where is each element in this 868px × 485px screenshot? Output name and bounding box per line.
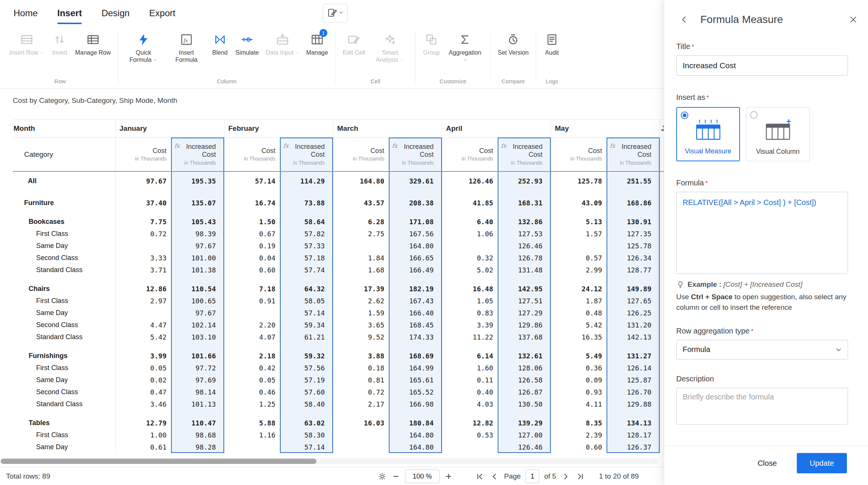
formula-editor[interactable]: RELATIVE([All > April > Cost] ) + [Cost]…	[676, 192, 848, 274]
row-label[interactable]: Furnishings	[13, 352, 115, 360]
cost-cell[interactable]: 0.83	[442, 309, 498, 317]
increased-cost-cell[interactable]: 98.28	[171, 443, 224, 451]
increased-cost-cell[interactable]: 58.30	[280, 431, 333, 439]
increased-cost-cell[interactable]: 128.06	[498, 364, 551, 372]
cost-cell[interactable]: 0.19	[224, 242, 280, 250]
increased-cost-column-header[interactable]: fxIncreased Costin Thousands	[607, 138, 660, 171]
cost-cell[interactable]: 2.97	[115, 297, 171, 305]
cost-cell[interactable]: 0.67	[224, 230, 280, 238]
row-label[interactable]: Furniture	[13, 199, 115, 207]
cost-cell[interactable]: 4.07	[224, 333, 280, 341]
cost-cell[interactable]: 0.81	[333, 376, 389, 384]
cost-column-header[interactable]: Costin Thousands	[442, 138, 498, 171]
cost-column-header[interactable]: Costin Thousands	[115, 138, 171, 171]
increased-cost-cell[interactable]: 101.00	[171, 254, 224, 262]
increased-cost-cell[interactable]: 57.19	[280, 376, 333, 384]
increased-cost-cell[interactable]: 97.67	[171, 242, 224, 250]
cost-cell[interactable]: 0.05	[224, 376, 280, 384]
next-page-icon[interactable]	[561, 472, 570, 481]
increased-cost-cell[interactable]: 130.91	[607, 218, 660, 226]
cost-cell[interactable]: 5.49	[551, 352, 607, 360]
increased-cost-cell[interactable]: 132.61	[498, 352, 551, 360]
cost-cell[interactable]: 3.65	[333, 321, 389, 329]
increased-cost-cell[interactable]: 57.33	[280, 242, 333, 250]
increased-cost-cell[interactable]: 168.45	[389, 321, 442, 329]
increased-cost-cell[interactable]: 131.48	[498, 266, 551, 274]
cost-cell[interactable]: 43.57	[333, 199, 389, 207]
increased-cost-cell[interactable]: 167.56	[389, 230, 442, 238]
cost-cell[interactable]: 0.72	[333, 388, 389, 396]
increased-cost-cell[interactable]: 126.58	[498, 376, 551, 384]
row-label[interactable]: Standard Class	[13, 266, 115, 274]
increased-cost-cell[interactable]: 125.78	[607, 242, 660, 250]
cost-cell[interactable]: 3.46	[115, 400, 171, 408]
increased-cost-cell[interactable]: 63.02	[280, 419, 333, 427]
month-label[interactable]: April	[442, 124, 551, 133]
increased-cost-cell[interactable]: 101.38	[171, 266, 224, 274]
tab-insert[interactable]: Insert	[57, 0, 82, 26]
manage-row-button[interactable]: Manage Row	[72, 29, 114, 57]
edit-cell-button[interactable]: Edit Cell	[339, 29, 369, 57]
prev-page-icon[interactable]	[490, 472, 499, 481]
increased-cost-cell[interactable]: 166.98	[389, 400, 442, 408]
increased-cost-cell[interactable]: 61.21	[280, 333, 333, 341]
increased-cost-cell[interactable]: 171.08	[389, 218, 442, 226]
cost-cell[interactable]: 2.99	[551, 266, 607, 274]
row-label[interactable]: Chairs	[13, 285, 115, 293]
month-label[interactable]: May	[551, 124, 660, 133]
increased-cost-cell[interactable]: 129.88	[607, 400, 660, 408]
tab-home[interactable]: Home	[14, 0, 38, 26]
increased-cost-cell[interactable]: 166.40	[389, 309, 442, 317]
cost-column-header[interactable]: Costin Thousands	[551, 138, 607, 171]
cost-cell[interactable]: 3.88	[333, 352, 389, 360]
increased-cost-cell[interactable]: 128.77	[607, 266, 660, 274]
cost-cell[interactable]: 7.18	[224, 285, 280, 293]
increased-cost-cell[interactable]: 127.65	[607, 297, 660, 305]
increased-cost-cell[interactable]: 137.68	[498, 333, 551, 341]
visual-measure-card[interactable]: Visual Measure	[676, 107, 740, 161]
increased-cost-cell[interactable]: 168.69	[389, 352, 442, 360]
cost-cell[interactable]: 1.25	[224, 400, 280, 408]
increased-cost-cell[interactable]: 168.31	[498, 199, 551, 207]
cost-cell[interactable]: 0.32	[442, 254, 498, 262]
page-number-input[interactable]	[526, 470, 539, 483]
increased-cost-cell[interactable]: 59.32	[280, 352, 333, 360]
data-input-button[interactable]: Data Input	[262, 29, 303, 57]
increased-cost-cell[interactable]: 58.64	[280, 218, 333, 226]
increased-cost-cell[interactable]: 57.82	[280, 230, 333, 238]
increased-cost-cell[interactable]: 182.19	[389, 285, 442, 293]
increased-cost-cell[interactable]: 134.13	[607, 419, 660, 427]
cost-cell[interactable]: 16.74	[224, 199, 280, 207]
increased-cost-cell[interactable]: 105.43	[171, 218, 224, 226]
increased-cost-cell[interactable]: 128.17	[607, 431, 660, 439]
cost-cell[interactable]: 24.12	[551, 285, 607, 293]
month-label[interactable]: January	[115, 124, 224, 133]
increased-cost-cell[interactable]: 180.84	[389, 419, 442, 427]
cost-cell[interactable]: 4.47	[115, 321, 171, 329]
zoom-level-input[interactable]	[405, 470, 440, 483]
increased-cost-cell[interactable]: 165.52	[389, 388, 442, 396]
increased-cost-cell[interactable]: 127.35	[607, 230, 660, 238]
increased-cost-cell[interactable]: 149.89	[607, 285, 660, 293]
increased-cost-cell[interactable]: 130.50	[498, 400, 551, 408]
cost-cell[interactable]: 0.57	[551, 254, 607, 262]
zoom-out-button[interactable]: −	[393, 471, 399, 482]
cost-column-header[interactable]: Costin Thousands	[333, 138, 389, 171]
increased-cost-cell[interactable]: 126.87	[498, 388, 551, 396]
increased-cost-cell[interactable]: 57.18	[280, 254, 333, 262]
row-label[interactable]: Same Day	[13, 443, 115, 451]
aggregation-button[interactable]: Aggregation	[443, 29, 486, 64]
cost-cell[interactable]: 11.22	[442, 333, 498, 341]
cost-cell[interactable]: 5.02	[442, 266, 498, 274]
increased-cost-cell[interactable]: 165.61	[389, 376, 442, 384]
cost-cell[interactable]: 6.40	[442, 218, 498, 226]
increased-cost-cell[interactable]: 164.80	[389, 242, 442, 250]
cost-cell[interactable]: 0.40	[442, 388, 498, 396]
row-label[interactable]: Second Class	[13, 321, 115, 329]
cost-cell[interactable]: 6.14	[442, 352, 498, 360]
increased-cost-cell[interactable]: 126.78	[498, 254, 551, 262]
insert-row-button[interactable]: Insert Row	[6, 29, 47, 57]
cost-cell[interactable]: 0.36	[551, 364, 607, 372]
cost-cell[interactable]: 37.40	[115, 199, 171, 207]
tab-design[interactable]: Design	[101, 0, 130, 26]
